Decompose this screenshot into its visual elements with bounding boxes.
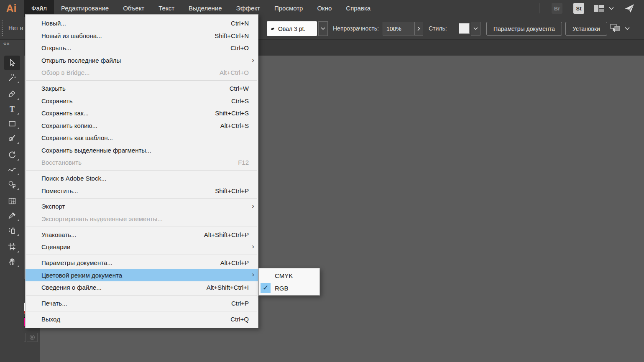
menu-item-package[interactable]: Упаковать... Alt+Shift+Ctrl+P (26, 229, 258, 241)
checkmark-icon: ✓ (261, 283, 271, 293)
rectangle-tool-button[interactable] (4, 116, 20, 131)
opacity-label[interactable]: Непрозрачность: (333, 17, 379, 39)
hand-icon (8, 257, 17, 266)
menu-item-document-setup[interactable]: Параметры документа... Alt+Ctrl+P (26, 257, 258, 269)
style-label[interactable]: Стиль: (429, 17, 447, 39)
selection-tool-button[interactable] (4, 56, 20, 70)
bridge-badge-icon[interactable]: Br (552, 3, 562, 14)
menu-item-export-selection: Экспортировать выделенные элементы... (26, 213, 258, 225)
width-tool-button[interactable] (4, 162, 20, 177)
menu-item-search-adobe-stock[interactable]: Поиск в Adobe Stock... (26, 172, 258, 185)
menu-view[interactable]: Просмотр (267, 0, 310, 17)
svg-text:T: T (9, 105, 14, 113)
artboard-tool-button[interactable] (4, 240, 20, 254)
menu-separator (26, 311, 257, 311)
menubar-right-icons: Br St (532, 0, 644, 17)
tools-panel: «« T (0, 40, 24, 362)
menu-item-scripts[interactable]: Сценарии › (26, 241, 258, 253)
menu-separator (26, 170, 257, 171)
menu-item-open[interactable]: Открыть... Ctrl+O (26, 42, 258, 54)
submenu-arrow-icon: › (252, 241, 254, 253)
paintbrush-icon (8, 134, 17, 143)
workspace-chevron-down-icon[interactable] (609, 7, 614, 10)
menu-help[interactable]: Справка (339, 0, 378, 17)
pen-tool-button[interactable] (4, 87, 20, 102)
type-tool-button[interactable]: T (4, 102, 20, 116)
arrange-documents-icon[interactable] (610, 23, 621, 33)
menu-item-place[interactable]: Поместить... Shift+Ctrl+P (26, 184, 258, 197)
menu-item-file-info[interactable]: Сведения о файле... Alt+Shift+Ctrl+I (26, 281, 258, 294)
pen-nib-icon (8, 90, 17, 99)
eyedropper-tool-button[interactable] (4, 208, 20, 223)
magic-wand-icon (8, 73, 17, 82)
opacity-chevron-right-button[interactable] (414, 22, 423, 36)
magic-wand-tool-button[interactable] (4, 70, 20, 85)
stock-badge-icon[interactable]: St (573, 3, 584, 14)
panel-grip-handle[interactable] (2, 20, 3, 36)
menu-item-save-as[interactable]: Сохранить как... Shift+Ctrl+S (26, 107, 258, 120)
menu-item-new[interactable]: Новый... Ctrl+N (26, 17, 258, 30)
hand-tool-button[interactable] (4, 254, 20, 269)
menu-item-open-recent[interactable]: Открыть последние файлы › (26, 54, 258, 67)
symbol-sprayer-tool-button[interactable] (4, 223, 20, 237)
menu-item-browse-in-bridge: Обзор в Bridge... Alt+Ctrl+O (26, 66, 258, 79)
submenu-arrow-icon: › (252, 269, 254, 281)
brush-stroke-preview-icon (271, 27, 275, 30)
submenu-arrow-icon: › (252, 54, 254, 67)
style-swatch[interactable] (459, 23, 470, 34)
draw-inside-mode-button[interactable] (27, 333, 38, 342)
menu-item-save-selected-slices[interactable]: Сохранить выделенные фрагменты... (26, 144, 258, 156)
menu-separator (26, 80, 257, 81)
menu-item-close[interactable]: Закрыть Ctrl+W (26, 82, 258, 95)
menubar-divider (539, 3, 539, 13)
paintbrush-tool-button[interactable] (4, 131, 20, 145)
menu-separator (26, 227, 257, 227)
menu-item-save-as-template[interactable]: Сохранить как шаблон... (26, 132, 258, 144)
brush-chevron-down-button[interactable] (318, 21, 328, 36)
mesh-tool-button[interactable] (4, 194, 20, 208)
arrange-chevron-down-icon[interactable] (625, 27, 630, 30)
type-tool-icon: T (8, 105, 17, 114)
menu-separator (26, 255, 257, 255)
brush-definition-dropdown[interactable]: Овал 3 pt. (267, 21, 317, 36)
brush-name: Овал 3 pt. (278, 25, 305, 32)
color-mode-submenu: CMYK ✓ RGB (258, 268, 320, 296)
menu-item-save-copy[interactable]: Сохранить копию... Alt+Ctrl+S (26, 119, 258, 132)
document-setup-button[interactable]: Параметры документа (486, 22, 562, 36)
shape-builder-tool-button[interactable] (4, 177, 20, 191)
menu-window[interactable]: Окно (310, 0, 339, 17)
eyedropper-icon (8, 211, 17, 220)
menu-item-save[interactable]: Сохранить Ctrl+S (26, 94, 258, 107)
menu-separator (26, 198, 257, 199)
collapse-panel-button[interactable]: «« (0, 40, 24, 48)
selection-status-label: Нет в (8, 17, 23, 39)
submenu-item-cmyk[interactable]: CMYK (259, 269, 319, 282)
artboard-icon (8, 242, 17, 252)
menu-item-exit[interactable]: Выход Ctrl+Q (26, 313, 258, 326)
illustrator-logo: Ai (4, 2, 18, 15)
menu-item-document-color-mode[interactable]: Цветовой режим документа › (26, 269, 258, 281)
menu-item-new-from-template[interactable]: Новый из шаблона... Shift+Ctrl+N (26, 30, 258, 42)
menu-item-print[interactable]: Печать... Ctrl+P (26, 297, 258, 310)
submenu-arrow-icon: › (252, 200, 254, 213)
rotate-tool-button[interactable] (4, 148, 20, 162)
share-icon[interactable] (624, 3, 635, 13)
workspace-switcher-icon[interactable] (593, 4, 605, 13)
width-tool-icon (8, 165, 17, 174)
selection-cursor-icon (8, 59, 17, 68)
opacity-input[interactable] (383, 22, 414, 36)
menu-item-export[interactable]: Экспорт › (26, 200, 258, 213)
file-menu-popup: Новый... Ctrl+N Новый из шаблона... Shif… (25, 14, 258, 328)
shape-builder-icon (8, 180, 17, 189)
preferences-button[interactable]: Установки (565, 22, 607, 36)
rectangle-icon (8, 119, 17, 128)
mesh-icon (8, 196, 17, 206)
menu-separator (26, 295, 257, 296)
illustrator-window: Ai Файл Редактирование Объект Текст Выде… (0, 0, 644, 362)
style-chevron-down-button[interactable] (471, 22, 480, 36)
menu-item-revert: Восстановить F12 (26, 156, 258, 169)
symbol-sprayer-icon (8, 226, 17, 235)
submenu-item-rgb[interactable]: ✓ RGB (259, 282, 319, 294)
rotate-icon (8, 150, 17, 160)
